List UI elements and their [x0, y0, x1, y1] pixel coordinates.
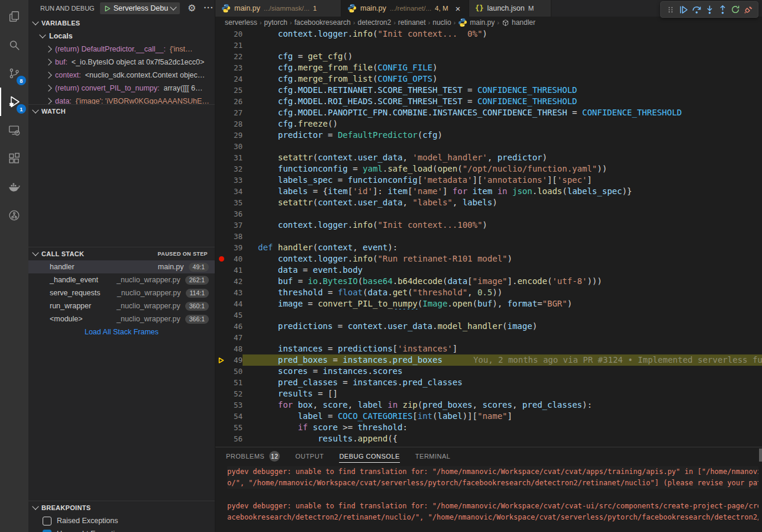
code-line[interactable]: 31 setattr(context.user_data, 'model_han… — [215, 152, 762, 163]
breadcrumb-item[interactable]: serverless — [225, 18, 257, 27]
gutter[interactable] — [215, 242, 227, 253]
step-into-icon[interactable] — [703, 3, 716, 16]
variables-section-header[interactable]: VARIABLES — [28, 17, 215, 30]
gutter[interactable] — [215, 309, 227, 321]
gutter[interactable] — [215, 411, 227, 422]
gutter[interactable] — [215, 208, 227, 220]
gear-icon[interactable]: ⚙ — [188, 4, 196, 13]
gutter[interactable] — [215, 73, 227, 85]
code-line[interactable]: 36 — [215, 208, 762, 220]
panel-tab-debug-console[interactable]: DEBUG CONSOLE — [339, 447, 399, 465]
variable-row[interactable]: context: <nuclio_sdk.context.Context obj… — [28, 69, 215, 82]
code-line[interactable]: 32 functionconfig = yaml.safe_load(open(… — [215, 163, 762, 175]
code-line[interactable]: 48 instances = predictions['instances'] — [215, 343, 762, 354]
code-line[interactable]: 38 — [215, 231, 762, 242]
code-line[interactable]: 34 labels = {item['id']: item['name'] fo… — [215, 186, 762, 197]
close-icon[interactable]: × — [453, 4, 463, 13]
code-line[interactable]: 47 — [215, 332, 762, 343]
breakpoint-row[interactable]: Raised Exceptions — [28, 514, 215, 527]
code-line[interactable]: 26 cfg.MODEL.ROI_HEADS.SCORE_THRESH_TEST… — [215, 96, 762, 107]
start-debug-icon[interactable] — [104, 5, 111, 12]
gutter[interactable] — [215, 422, 227, 433]
code-line[interactable]: 54 label = COCO_CATEGORIES[int(label)]["… — [215, 411, 762, 422]
code-line[interactable]: 29 predictor = DefaultPredictor(cfg) — [215, 130, 762, 141]
editor-tab[interactable]: {}launch.jsonM — [469, 0, 551, 17]
gutter[interactable] — [215, 231, 227, 242]
code-line[interactable]: 24 cfg.merge_from_list(CONFIG_OPTS) — [215, 73, 762, 85]
gutter[interactable] — [215, 62, 227, 73]
remote-explorer-activity-item[interactable] — [0, 116, 28, 144]
code-line[interactable]: 39def handler(context, event): — [215, 242, 762, 253]
gutter[interactable] — [215, 51, 227, 62]
source-control-activity-item[interactable]: 8 — [0, 59, 28, 88]
breadcrumb-item[interactable]: retinanet — [398, 18, 426, 27]
current-line-arrow-icon[interactable] — [215, 354, 227, 366]
gutter[interactable] — [215, 175, 227, 186]
code-line[interactable]: 25 cfg.MODEL.RETINANET.SCORE_THRESH_TEST… — [215, 85, 762, 96]
code-line[interactable]: 55 if score >= threshold: — [215, 422, 762, 433]
panel-tab-problems[interactable]: PROBLEMS12 — [226, 447, 280, 465]
watch-section-header[interactable]: WATCH — [28, 104, 215, 118]
gutter[interactable] — [215, 96, 227, 107]
gutter[interactable] — [215, 130, 227, 141]
code-line[interactable]: 50 scores = instances.scores — [215, 366, 762, 377]
editor-tab[interactable]: main.py.../siammask/...1 — [215, 0, 341, 17]
scrollbar[interactable] — [759, 449, 762, 462]
variable-row[interactable]: (return) convert_PIL_to_numpy: array([[[… — [28, 82, 215, 95]
gutter[interactable] — [215, 366, 227, 377]
variable-row[interactable]: data: {'image': 'iVBORw0KGgoAAAANSUhE… — [28, 95, 215, 104]
breadcrumb-item[interactable]: facebookresearch — [294, 18, 350, 27]
breakpoint-icon[interactable] — [215, 253, 227, 265]
gutter[interactable] — [215, 332, 227, 343]
code-line[interactable]: 45 — [215, 309, 762, 321]
gutter[interactable] — [215, 388, 227, 399]
load-all-stack-frames-link[interactable]: Load All Stack Frames — [28, 325, 215, 338]
docker-activity-item[interactable] — [0, 173, 28, 201]
gutter[interactable] — [215, 298, 227, 309]
code-line[interactable]: 46 predictions = context.user_data.model… — [215, 321, 762, 332]
git-graph-activity-item[interactable] — [0, 201, 28, 230]
panel-tab-output[interactable]: OUTPUT — [295, 447, 324, 465]
code-line[interactable]: 49 pred_boxes = instances.pred_boxesYou,… — [215, 354, 762, 366]
code-line[interactable]: 23 cfg.merge_from_file(CONFIG_FILE) — [215, 62, 762, 73]
gutter[interactable] — [215, 343, 227, 354]
gutter[interactable] — [215, 163, 227, 175]
call-stack-frame[interactable]: <module>_nuclio_wrapper.py366:1 — [28, 312, 215, 325]
step-over-icon[interactable] — [690, 3, 703, 16]
code-line[interactable]: 42 buf = io.BytesIO(base64.b64decode(dat… — [215, 276, 762, 287]
call-stack-frame[interactable]: handlermain.py49:1 — [28, 260, 215, 273]
breadcrumb-item[interactable]: pytorch — [264, 18, 287, 27]
code-line[interactable]: 56 results.append({ — [215, 433, 762, 444]
editor-tab[interactable]: main.py.../retinanet/...4, M× — [341, 0, 469, 17]
gutter[interactable] — [215, 186, 227, 197]
code-line[interactable]: 33 labels_spec = functionconfig['metadat… — [215, 175, 762, 186]
breadcrumb-item[interactable]: handler — [502, 18, 535, 27]
code-line[interactable]: 28 cfg.freeze() — [215, 118, 762, 130]
code-line[interactable]: 43 threshold = float(data.get("threshold… — [215, 287, 762, 298]
code-editor[interactable]: 20 context.logger.info("Init context... … — [215, 28, 762, 447]
variable-row[interactable]: buf: <_io.BytesIO object at 0x7f5a2dc1ec… — [28, 56, 215, 69]
code-line[interactable]: 53 for box, score, label in zip(pred_box… — [215, 399, 762, 411]
breakpoint-row[interactable]: ✓Uncaught Exceptions — [28, 527, 215, 532]
code-line[interactable]: 35 setattr(context.user_data, "labels", … — [215, 197, 762, 208]
checkbox-checked[interactable]: ✓ — [43, 530, 51, 532]
variables-scope-locals[interactable]: Locals — [28, 30, 215, 43]
code-line[interactable]: 27 cfg.MODEL.PANOPTIC_FPN.COMBINE.INSTAN… — [215, 107, 762, 118]
gutter[interactable] — [215, 265, 227, 276]
call-stack-frame[interactable]: run_wrapper_nuclio_wrapper.py360:1 — [28, 299, 215, 312]
breadcrumb-item[interactable]: main.py — [458, 18, 495, 27]
search-activity-item[interactable] — [0, 31, 28, 59]
gutter[interactable] — [215, 377, 227, 388]
code-line[interactable]: 44 image = convert_PIL_to_numpy(Image.op… — [215, 298, 762, 309]
call-stack-frame[interactable]: _handle_event_nuclio_wrapper.py262:1 — [28, 273, 215, 286]
explorer-activity-item[interactable] — [0, 2, 28, 31]
variable-row[interactable]: (return) DefaultPredictor.__call__: {'in… — [28, 43, 215, 56]
run-and-debug-activity-item[interactable]: 1 — [0, 88, 28, 116]
code-line[interactable]: 41 data = event.body — [215, 265, 762, 276]
extensions-activity-item[interactable] — [0, 144, 28, 173]
gutter[interactable] — [215, 276, 227, 287]
breakpoints-section-header[interactable]: BREAKPOINTS — [28, 501, 215, 514]
gutter[interactable] — [215, 85, 227, 96]
breadcrumb-item[interactable]: detectron2 — [357, 18, 391, 27]
code-line[interactable]: 51 pred_classes = instances.pred_classes — [215, 377, 762, 388]
